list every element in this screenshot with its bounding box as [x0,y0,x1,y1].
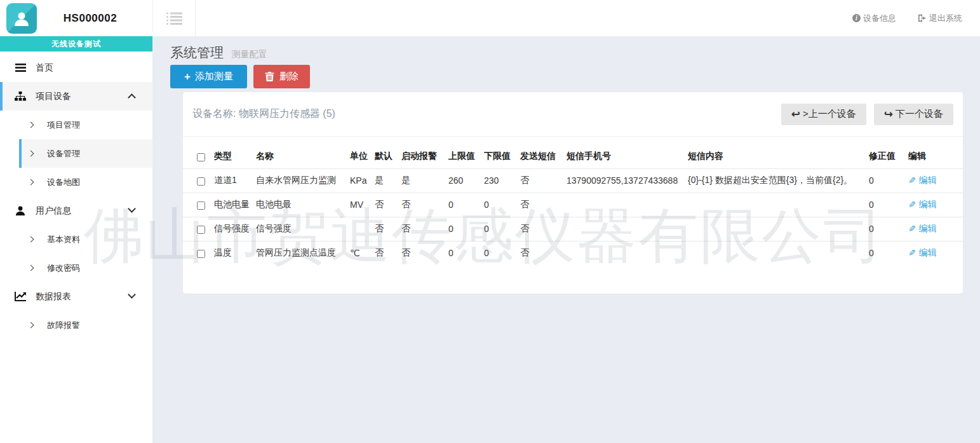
edit-link[interactable]: ✎ 编辑 [908,199,937,210]
cell-name: 自来水管网压力监测 [256,168,350,193]
next-device-label: 下一个设备 [896,108,943,120]
cell-alarm: 否 [401,217,448,241]
device-id-title: HS000002 [37,12,152,25]
cell-sms-phone [567,217,688,241]
column-header-upper-limit: 上限值 [448,144,484,168]
row-checkbox[interactable] [197,250,205,258]
person-icon [12,9,31,28]
sidebar-item-project-devices[interactable]: 项目设备 [0,82,152,111]
chevron-down-icon [128,290,136,299]
plus-icon: + [184,71,191,83]
device-info-label: 设备信息 [863,13,896,24]
cell-send-sms: 否 [520,193,567,217]
cell-correction: 0 [869,217,908,241]
cell-unit: KPa [350,168,375,193]
cell-sms-content: {0}-{1} 数据超出安全范围{3}，当前值{2}。 [688,168,869,193]
table-row: 电池电量 电池电最 MV 否 否 0 0 否 0 ✎ 编辑 [183,193,963,217]
page-head: 系统管理 测量配置 [170,44,267,62]
sitemap-icon [14,92,27,101]
list-icon [166,11,182,25]
sidebar-item-device-management[interactable]: 设备管理 [19,139,152,168]
sidebar-item-home[interactable]: 首页 [0,53,152,82]
cell-upper-limit: 0 [448,193,484,217]
cell-correction: 0 [869,241,908,265]
edit-label: 编辑 [919,247,937,259]
pencil-icon: ✎ [908,224,916,234]
chevron-right-icon [28,122,34,128]
column-header-unit: 单位 [350,144,375,168]
forward-arrow-icon: ↪ [884,107,893,121]
table-row: 信号强度 信号强度 否 否 0 0 否 0 ✎ 编辑 [183,217,963,241]
cell-alarm: 否 [401,241,448,265]
pencil-icon: ✎ [908,175,916,186]
sidebar-item-label: 修改密码 [47,262,80,274]
cell-sms-content [688,241,869,265]
chevron-right-icon [28,236,34,243]
sidebar-item-label: 设备地图 [47,177,80,188]
pencil-icon: ✎ [908,200,916,210]
chart-line-icon [14,292,27,301]
sidebar-item-data-reports[interactable]: 数据报表 [0,282,152,311]
cell-send-sms: 否 [520,168,567,193]
cell-sms-content [688,193,869,217]
table-row: 温度 管网压力监测点温度 ℃ 否 否 0 0 否 0 ✎ 编辑 [183,241,963,265]
measurement-card: 设备名称: 物联网压力传感器 (5) ↩ >上一个设备 ↪ 下一个设备 [183,92,963,294]
sidebar-item-label: 项目管理 [47,119,80,131]
cell-upper-limit: 260 [448,168,484,193]
sidebar-banner: 无线设备测试 [0,36,152,51]
column-header-type: 类型 [214,144,256,168]
sidebar-toggle-button[interactable] [152,0,196,36]
sidebar-item-label: 项目设备 [36,91,71,102]
row-checkbox[interactable] [197,226,205,234]
sidebar-item-label: 故障报警 [47,320,80,331]
row-checkbox[interactable] [197,201,205,210]
chevron-down-icon [128,205,136,213]
chevron-right-icon [28,151,34,157]
card-header: 设备名称: 物联网压力传感器 (5) ↩ >上一个设备 ↪ 下一个设备 [183,92,963,137]
add-measurement-button[interactable]: + 添加测量 [170,65,247,88]
logout-label: 退出系统 [929,13,962,24]
edit-link[interactable]: ✎ 编辑 [908,247,937,259]
info-circle-icon: i [852,14,861,22]
sidebar-item-fault-alarm[interactable]: 故障报警 [19,311,152,339]
select-all-checkbox[interactable] [197,153,205,161]
device-info-link[interactable]: i 设备信息 [852,13,896,24]
pencil-icon: ✎ [908,248,916,258]
cell-sms-content [688,217,869,241]
column-header-send-sms: 发送短信 [520,144,567,168]
cell-sms-phone [567,193,688,217]
user-avatar[interactable] [6,3,37,34]
column-header-sms-content: 短信内容 [688,144,869,168]
sidebar-item-label: 设备管理 [47,148,80,160]
cell-sms-phone: 13790092755,13727433688 [567,168,688,193]
measurements-table: 类型 名称 单位 默认 启动报警 上限值 下限值 发送短信 短信手机号 短信内容… [183,144,963,265]
device-name-label: 设备名称: 物联网压力传感器 (5) [192,107,335,121]
column-header-lower-limit: 下限值 [484,144,520,168]
sidebar-item-user-info[interactable]: 用户信息 [0,196,152,225]
cell-type: 温度 [214,241,256,265]
user-icon [14,206,27,215]
column-header-alarm: 启动报警 [401,144,448,168]
sidebar-item-project-management[interactable]: 项目管理 [19,111,152,139]
row-checkbox[interactable] [197,177,205,186]
trash-icon [265,72,274,81]
device-pager: ↩ >上一个设备 ↪ 下一个设备 [781,104,953,125]
sidebar-item-change-password[interactable]: 修改密码 [19,254,152,282]
sidebar-item-label: 用户信息 [36,205,71,217]
chevron-right-icon [28,179,34,186]
column-header-default: 默认 [375,144,401,168]
cell-alarm: 是 [401,168,448,193]
sidebar-item-basic-profile[interactable]: 基本资料 [19,225,152,254]
edit-link[interactable]: ✎ 编辑 [908,175,937,186]
next-device-button[interactable]: ↪ 下一个设备 [874,104,953,125]
cell-default: 否 [375,241,401,265]
logout-link[interactable]: 退出系统 [918,13,962,24]
edit-link[interactable]: ✎ 编辑 [908,223,937,235]
page-subtitle: 测量配置 [231,49,267,59]
cell-send-sms: 否 [520,241,567,265]
prev-device-button[interactable]: ↩ >上一个设备 [781,104,866,125]
chevron-up-icon [128,93,136,102]
cell-default: 是 [375,168,401,193]
sidebar-item-device-map[interactable]: 设备地图 [19,168,152,196]
delete-button[interactable]: 删除 [253,65,310,88]
